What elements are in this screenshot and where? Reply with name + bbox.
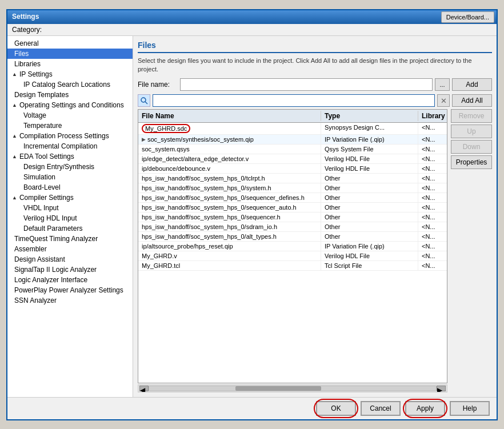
properties-button[interactable]: Properties	[451, 155, 492, 169]
sidebar-item-design-entry[interactable]: Design Entry/Synthesis	[7, 162, 133, 172]
cell-library: <N...	[418, 251, 447, 260]
table-row[interactable]: My_GHRD.v Verilog HDL File <N...	[138, 251, 447, 261]
cell-type: Other	[321, 193, 418, 202]
sidebar-item-logic-analyzer[interactable]: Logic Analyzer Interface	[7, 275, 133, 285]
search-input[interactable]	[153, 94, 435, 107]
apply-button[interactable]: Apply	[405, 401, 445, 416]
search-icon[interactable]	[138, 94, 150, 107]
scroll-left[interactable]: ◀	[139, 386, 149, 391]
sidebar-item-incremental[interactable]: Incremental Compilation	[7, 141, 133, 151]
cell-filename: soc_system.qsys	[138, 145, 321, 154]
table-row[interactable]: ip/edge_detect/altera_edge_detector.v Ve…	[138, 154, 447, 164]
sidebar-item-default-params[interactable]: Default Parameters	[7, 223, 133, 234]
table-row[interactable]: hps_isw_handoff/soc_system_hps_0/alt_typ…	[138, 232, 447, 242]
table-row[interactable]: ▶ soc_system/synthesis/soc_system.qip IP…	[138, 135, 447, 145]
panel-description: Select the design files you want to incl…	[138, 57, 492, 74]
sidebar-item-ip-catalog[interactable]: IP Catalog Search Locations	[7, 79, 133, 90]
file-name-label: File name:	[138, 81, 178, 89]
sidebar-item-ip-settings[interactable]: ▲IP Settings	[7, 69, 133, 79]
add-all-button[interactable]: Add All	[452, 94, 492, 107]
down-button[interactable]: Down	[451, 140, 492, 154]
dialog-footer: OK Cancel Apply Help	[7, 397, 497, 419]
cell-library: <N...	[418, 164, 447, 173]
side-buttons: Remove Up Down Properties	[451, 109, 492, 392]
sidebar-item-simulation[interactable]: Simulation	[7, 172, 133, 182]
table-row[interactable]: My_GHRD.sdc Synopsys Design C... <N...	[138, 123, 447, 135]
cell-type: Other	[321, 183, 418, 193]
cell-library: <N...	[418, 154, 447, 163]
cell-library: <N...	[418, 213, 447, 222]
sidebar-item-eda[interactable]: ▲EDA Tool Settings	[7, 151, 133, 162]
sidebar-item-powerplay[interactable]: PowerPlay Power Analyzer Settings	[7, 285, 133, 295]
table-row[interactable]: hps_isw_handoff/soc_system_hps_0/sequenc…	[138, 193, 447, 203]
sidebar-item-timequest[interactable]: TimeQuest Timing Analyzer	[7, 234, 133, 244]
table-row[interactable]: hps_isw_handoff/soc_system_hps_0/sequenc…	[138, 213, 447, 222]
cell-type: IP Variation File (.qip)	[321, 135, 418, 144]
browse-button[interactable]: ...	[435, 78, 450, 91]
cell-filename: My_GHRD.sdc	[138, 123, 321, 134]
sidebar-item-general[interactable]: General	[7, 38, 133, 49]
triangle-icon: ▲	[12, 71, 17, 77]
table-row[interactable]: hps_isw_handoff/soc_system_hps_0/sdram_i…	[138, 222, 447, 232]
ok-button-wrap: OK	[316, 401, 356, 416]
sidebar-item-design-templates[interactable]: Design Templates	[7, 90, 133, 100]
up-button[interactable]: Up	[451, 125, 492, 138]
sidebar-item-verilog[interactable]: Verilog HDL Input	[7, 213, 133, 223]
scroll-track[interactable]	[149, 386, 437, 391]
sidebar-item-vhdl[interactable]: VHDL Input	[7, 203, 133, 213]
sidebar-item-signaltap[interactable]: SignalTap II Logic Analyzer	[7, 264, 133, 275]
cell-filename: My_GHRD.v	[138, 251, 321, 260]
cell-filename: ip/edge_detect/altera_edge_detector.v	[138, 154, 321, 163]
remove-button[interactable]: Remove	[451, 109, 492, 123]
sidebar: General Files Libraries ▲IP Settings IP …	[7, 36, 133, 397]
svg-line-1	[145, 102, 147, 104]
ok-button[interactable]: OK	[316, 401, 356, 416]
cell-filename: hps_isw_handoff/soc_system_hps_0/sequenc…	[138, 193, 321, 202]
cell-library: <N...	[418, 222, 447, 231]
sidebar-item-voltage[interactable]: Voltage	[7, 110, 133, 121]
triangle-icon-5: ▲	[12, 195, 17, 201]
cancel-button[interactable]: Cancel	[361, 401, 401, 416]
table-row[interactable]: hps_isw_handoff/soc_system_hps_0/tclrpt.…	[138, 174, 447, 183]
cell-type: Other	[321, 222, 418, 231]
cell-type: Verilog HDL File	[321, 164, 418, 173]
table-row[interactable]: soc_system.qsys Qsys System File <N...	[138, 145, 447, 154]
cell-library: <N...	[418, 135, 447, 144]
cell-filename: ip/altsource_probe/hps_reset.qip	[138, 242, 321, 251]
cell-filename: My_GHRD.tcl	[138, 261, 321, 270]
sidebar-item-compilation[interactable]: ▲Compilation Process Settings	[7, 131, 133, 141]
cell-type: Synopsys Design C...	[321, 123, 418, 134]
cell-type: Qsys System File	[321, 145, 418, 154]
scroll-right[interactable]: ▶	[437, 386, 446, 391]
device-board-button[interactable]: Device/Board...	[441, 11, 494, 23]
table-row[interactable]: My_GHRD.tcl Tcl Script File <N...	[138, 261, 447, 271]
sidebar-item-temperature[interactable]: Temperature	[7, 121, 133, 131]
table-row[interactable]: ip/debounce/debounce.v Verilog HDL File …	[138, 164, 447, 174]
dialog-title: Settings	[7, 10, 439, 24]
sidebar-item-design-assistant[interactable]: Design Assistant	[7, 254, 133, 264]
sidebar-item-libraries[interactable]: Libraries	[7, 59, 133, 69]
cell-library: <N...	[418, 193, 447, 202]
file-name-input[interactable]	[180, 78, 433, 91]
cell-type: Other	[321, 174, 418, 183]
category-label: Category:	[7, 24, 497, 36]
col-type: Type	[321, 111, 418, 121]
triangle-icon-4: ▲	[12, 154, 17, 159]
sidebar-item-files[interactable]: Files	[7, 49, 133, 59]
sidebar-item-ssn[interactable]: SSN Analyzer	[7, 295, 133, 306]
sidebar-item-assembler[interactable]: Assembler	[7, 244, 133, 254]
sidebar-item-operating[interactable]: ▲Operating Settings and Conditions	[7, 100, 133, 110]
table-row[interactable]: hps_isw_handoff/soc_system_hps_0/system.…	[138, 183, 447, 193]
add-button[interactable]: Add	[452, 78, 492, 91]
help-button[interactable]: Help	[450, 401, 490, 416]
cell-library: <N...	[418, 232, 447, 241]
table-row[interactable]: hps_isw_handoff/soc_system_hps_0/sequenc…	[138, 203, 447, 213]
table-row[interactable]: ip/altsource_probe/hps_reset.qip IP Vari…	[138, 242, 447, 251]
sidebar-item-compiler[interactable]: ▲Compiler Settings	[7, 193, 133, 203]
col-filename: File Name	[138, 111, 321, 121]
horizontal-scrollbar[interactable]: ◀ ▶	[138, 384, 447, 392]
scroll-thumb[interactable]	[235, 386, 322, 391]
file-name-row: File name: ... Add	[138, 78, 492, 91]
sidebar-item-board-level[interactable]: Board-Level	[7, 182, 133, 193]
clear-search-button[interactable]: ✕	[437, 94, 450, 107]
